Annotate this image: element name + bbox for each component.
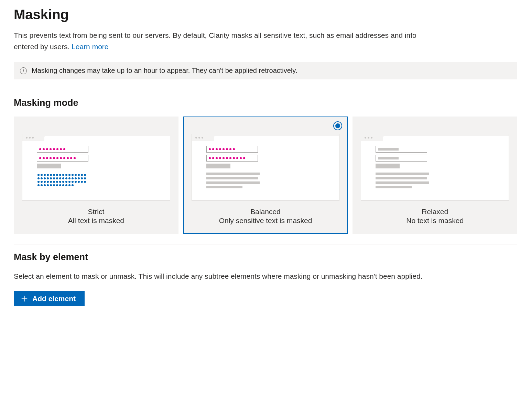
mode-card-strict[interactable]: Strict All text is masked	[14, 117, 178, 234]
info-banner-text: Masking changes may take up to an hour t…	[32, 67, 297, 75]
page-title: Masking	[14, 7, 517, 22]
add-element-button[interactable]: Add element	[14, 291, 85, 306]
info-banner: i Masking changes may take up to an hour…	[14, 62, 517, 79]
learn-more-link[interactable]: Learn more	[72, 43, 108, 51]
plus-icon	[21, 295, 28, 302]
page-intro: This prevents text from being sent to ou…	[14, 30, 426, 52]
mode-card-relaxed[interactable]: Relaxed No text is masked	[353, 117, 517, 234]
mode-name: Strict	[22, 208, 170, 216]
mode-preview-strict	[22, 134, 170, 201]
masking-mode-title: Masking mode	[14, 98, 517, 108]
radio-selected-icon	[333, 121, 342, 130]
mask-by-element-desc: Select an element to mask or unmask. Thi…	[14, 271, 426, 282]
mode-desc: No text is masked	[361, 217, 509, 225]
info-icon: i	[20, 67, 27, 74]
mode-preview-balanced	[192, 134, 340, 201]
mask-by-element-title: Mask by element	[14, 252, 517, 263]
mode-name: Relaxed	[361, 208, 509, 216]
mode-desc: Only sensitive text is masked	[192, 217, 340, 225]
add-element-label: Add element	[32, 295, 76, 303]
mode-desc: All text is masked	[22, 217, 170, 225]
mode-name: Balanced	[192, 208, 340, 216]
divider	[14, 244, 517, 244]
masking-mode-options: Strict All text is masked Balanced Only …	[14, 117, 517, 234]
mode-preview-relaxed	[361, 134, 509, 201]
mode-card-balanced[interactable]: Balanced Only sensitive text is masked	[183, 117, 348, 234]
divider	[14, 90, 517, 90]
